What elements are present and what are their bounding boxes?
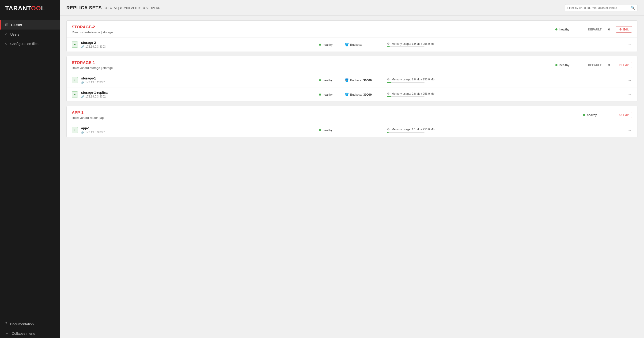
server-info-storage-1-replica: storage-1-replica 🔗 172.19.0.3:3302 — [81, 91, 319, 98]
memory-row: ⚙ Memory usage: 2.8 Mb / 256.0 Mb — [387, 92, 625, 95]
server-status-icon: ✦ — [72, 41, 78, 47]
edit-label: Edit — [623, 63, 628, 67]
link-icon: 🔗 — [81, 81, 84, 84]
sidebar-item-collapse[interactable]: ← Collapse menu — [0, 329, 60, 338]
rs-role: Role: vshard-storage | storage — [72, 66, 113, 70]
edit-label: Edit — [623, 28, 628, 31]
more-options-button[interactable]: ··· — [627, 92, 632, 97]
rs-health-label: healthy — [587, 113, 597, 117]
rs-header-left: STORAGE-2 Role: vshard-storage | storage — [72, 25, 113, 34]
more-options-button[interactable]: ··· — [627, 42, 632, 47]
rs-role: Role: vshard-storage | storage — [72, 30, 113, 34]
server-health-app-1: healthy — [319, 128, 345, 132]
sidebar-item-docs[interactable]: ? Documentation — [0, 319, 60, 329]
default-count: 0 — [608, 28, 610, 31]
default-badge: DEFAULT — [588, 28, 602, 31]
rs-name[interactable]: STORAGE-2 — [72, 25, 113, 29]
logo: TARANTOOL — [0, 0, 60, 16]
memory-row: ⚙ Memory usage: 1.1 Mb / 256.0 Mb — [387, 127, 625, 131]
rs-header-middle: healthy — [555, 28, 569, 31]
server-info-storage-1: storage-1 🔗 172.19.0.2:3301 — [81, 76, 319, 84]
bucket-value: 30000 — [363, 78, 372, 82]
uri-text: 172.19.0.2:3301 — [85, 81, 106, 84]
buckets-label: Buckets: — [350, 43, 362, 46]
settings-icon: ⚙ — [619, 63, 622, 67]
filter-input[interactable] — [567, 6, 629, 9]
server-row-app-1: ✦ app-1 🔗 172.19.0.3:3301 healthy ⚙ — [66, 123, 637, 137]
server-memory-app-1: ⚙ Memory usage: 1.1 Mb / 256.0 Mb — [387, 127, 625, 133]
server-memory-storage-1: ⚙ Memory usage: 2.8 Mb / 256.0 Mb — [387, 78, 625, 83]
server-uri: 🔗 172.19.0.3:3302 — [81, 95, 319, 98]
memory-label: Memory usage: 2.8 Mb / 256.0 Mb — [392, 92, 434, 95]
server-memory-storage-1-replica: ⚙ Memory usage: 2.8 Mb / 256.0 Mb — [387, 92, 625, 97]
memory-row: ⚙ Memory usage: 1.9 Mb / 256.0 Mb — [387, 42, 625, 45]
rs-health-label: healthy — [559, 63, 569, 67]
rs-health-label: healthy — [559, 28, 569, 31]
rs-name[interactable]: STORAGE-1 — [72, 60, 113, 65]
uri-text: 172.19.0.3:3301 — [85, 131, 106, 134]
rs-role: Role: vshard-router | api — [72, 116, 104, 120]
rs-header-storage-1: STORAGE-1 Role: vshard-storage | storage… — [66, 56, 637, 73]
gear-icon: ⚙ — [387, 78, 390, 81]
rs-header-left: APP-1 Role: vshard-router | api — [72, 110, 104, 120]
server-count: 4 — [143, 6, 145, 9]
health-dot — [319, 44, 321, 46]
main-content: REPLICA SETS 3 TOTAL | 0 UNHEALTHY | 4 S… — [60, 0, 644, 338]
docs-icon: ? — [5, 322, 7, 326]
server-buckets-storage-2: 🪣 Buckets: - — [345, 43, 387, 46]
link-icon: 🔗 — [81, 45, 84, 48]
server-memory-storage-2: ⚙ Memory usage: 1.9 Mb / 256.0 Mb — [387, 42, 625, 47]
server-row-storage-1: ✦ storage-1 🔗 172.19.0.2:3301 healthy 🪣 … — [66, 73, 637, 87]
settings-icon: ⚙ — [619, 113, 622, 117]
rs-header-storage-2: STORAGE-2 Role: vshard-storage | storage… — [66, 21, 637, 37]
rs-health-dot — [583, 114, 585, 116]
memory-label: Memory usage: 1.9 Mb / 256.0 Mb — [392, 42, 434, 45]
server-status-icon: ✦ — [72, 127, 78, 133]
rs-header-right: DEFAULT 0 ⚙ Edit — [588, 26, 632, 32]
more-options-button[interactable]: ··· — [627, 128, 632, 133]
collapse-icon: ← — [5, 331, 9, 336]
sidebar-divider — [0, 19, 60, 19]
filter-box[interactable]: 🔍 — [565, 4, 638, 11]
rs-name[interactable]: APP-1 — [72, 110, 104, 115]
rs-health-dot — [555, 28, 558, 30]
replica-set-storage-2: STORAGE-2 Role: vshard-storage | storage… — [66, 20, 638, 52]
sidebar-item-label: Users — [10, 32, 20, 36]
sidebar: TARANTOOL ⊞ Cluster ○ Users ○ Configurat… — [0, 0, 60, 338]
bucket-icon: 🪣 — [345, 93, 349, 96]
search-icon: 🔍 — [631, 6, 635, 9]
memory-bar — [387, 46, 424, 47]
memory-bar-fill — [387, 96, 391, 97]
sidebar-item-users[interactable]: ○ Users — [0, 29, 60, 39]
total-count: 3 — [106, 6, 107, 9]
edit-button-storage-2[interactable]: ⚙ Edit — [616, 26, 632, 32]
rs-header-middle: healthy — [555, 63, 569, 67]
health-dot — [319, 79, 321, 81]
memory-label: Memory usage: 1.1 Mb / 256.0 Mb — [392, 128, 434, 131]
server-name: storage-1-replica — [81, 91, 319, 94]
server-uri: 🔗 172.19.0.3:3303 — [81, 45, 319, 48]
memory-bar-fill — [387, 46, 390, 47]
gear-icon: ⚙ — [387, 92, 390, 95]
sidebar-item-config[interactable]: ○ Configuration files — [0, 39, 60, 48]
cluster-icon: ⊞ — [5, 22, 8, 27]
edit-button-storage-1[interactable]: ⚙ Edit — [616, 62, 632, 68]
gear-icon: ⚙ — [387, 127, 390, 131]
rs-header-right: ⚙ Edit — [616, 112, 632, 118]
server-info-storage-2: storage-2 🔗 172.19.0.3:3303 — [81, 41, 319, 48]
health-label: healthy — [323, 78, 332, 82]
edit-button-app-1[interactable]: ⚙ Edit — [616, 112, 632, 118]
memory-bar-fill — [387, 82, 391, 83]
rs-health-dot — [555, 64, 558, 66]
more-options-button[interactable]: ··· — [627, 78, 632, 83]
buckets-label: Buckets: — [350, 93, 362, 96]
buckets-label: Buckets: — [350, 78, 362, 82]
uri-text: 172.19.0.3:3303 — [85, 45, 106, 48]
sidebar-item-cluster[interactable]: ⊞ Cluster — [0, 20, 60, 29]
server-status-icon: ✦ — [72, 91, 78, 97]
memory-label: Memory usage: 2.8 Mb / 256.0 Mb — [392, 78, 434, 81]
header-stats: 3 TOTAL | 0 UNHEALTHY | 4 SERVERS — [106, 6, 160, 9]
replica-set-app-1: APP-1 Role: vshard-router | api healthy … — [66, 106, 638, 137]
logo-highlight: OO — [31, 5, 41, 12]
server-uri: 🔗 172.19.0.2:3301 — [81, 81, 319, 84]
